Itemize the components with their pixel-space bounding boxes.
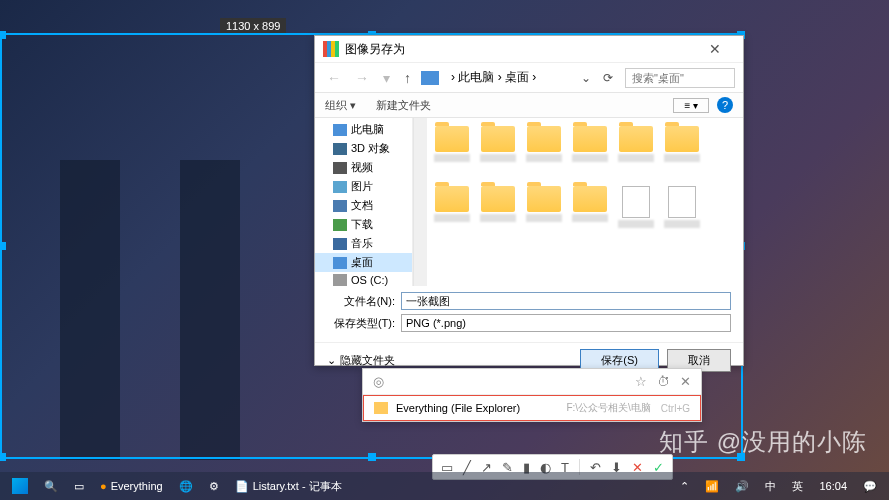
sidebar-item-videos[interactable]: 视频 <box>315 158 412 177</box>
ime-zhong[interactable]: 中 <box>757 472 784 500</box>
start-button[interactable] <box>4 472 36 500</box>
sidebar-item-desktop[interactable]: 桌面 <box>315 253 412 272</box>
sidebar-item-downloads[interactable]: 下载 <box>315 215 412 234</box>
folder-item[interactable] <box>477 186 519 240</box>
folder-item[interactable] <box>661 126 703 180</box>
folder-item[interactable] <box>569 126 611 180</box>
tray-network-icon[interactable]: 📶 <box>697 472 727 500</box>
close-button[interactable]: ✕ <box>695 41 735 57</box>
filename-label: 文件名(N): <box>327 294 395 309</box>
folder-item[interactable] <box>523 186 565 240</box>
refresh-button[interactable]: ⟳ <box>597 71 619 85</box>
taskbar-app-notepad[interactable]: 📄Listary.txt - 记事本 <box>227 472 350 500</box>
file-item[interactable] <box>661 186 703 240</box>
star-icon[interactable]: ☆ <box>635 374 647 389</box>
filetype-label: 保存类型(T): <box>327 316 395 331</box>
folder-item[interactable] <box>431 126 473 180</box>
sidebar-item-documents[interactable]: 文档 <box>315 196 412 215</box>
forward-button[interactable]: → <box>351 70 373 86</box>
new-folder-button[interactable]: 新建文件夹 <box>376 98 431 113</box>
tools-icon[interactable]: ✕ <box>680 374 691 389</box>
search-button[interactable]: 🔍 <box>36 472 66 500</box>
organize-menu[interactable]: 组织 ▾ <box>325 98 356 113</box>
view-mode-button[interactable]: ≡ ▾ <box>673 98 709 113</box>
folder-item[interactable] <box>477 126 519 180</box>
notification-button[interactable]: 💬 <box>855 472 885 500</box>
tray-volume-icon[interactable]: 🔊 <box>727 472 757 500</box>
sidebar-item-pictures[interactable]: 图片 <box>315 177 412 196</box>
listary-result-item[interactable]: Everything (File Explorer) F:\公众号相关\电脑 C… <box>363 395 701 421</box>
back-button[interactable]: ← <box>323 70 345 86</box>
folder-item[interactable] <box>615 126 657 180</box>
dropdown-history[interactable]: ▾ <box>379 70 394 86</box>
target-icon[interactable]: ◎ <box>373 374 384 389</box>
breadcrumb[interactable]: › 此电脑 › 桌面 › <box>445 67 575 88</box>
ime-ying[interactable]: 英 <box>784 472 811 500</box>
file-list[interactable] <box>427 118 743 286</box>
sidebar-item-drive-c[interactable]: OS (C:) <box>315 272 412 286</box>
sidebar-item-3d[interactable]: 3D 对象 <box>315 139 412 158</box>
folder-item[interactable] <box>523 126 565 180</box>
folder-item[interactable] <box>431 186 473 240</box>
taskbar-app-chrome[interactable]: 🌐 <box>171 472 201 500</box>
taskbar-app-settings[interactable]: ⚙ <box>201 472 227 500</box>
folder-item[interactable] <box>569 186 611 240</box>
up-button[interactable]: ↑ <box>400 70 415 86</box>
app-icon <box>323 41 339 57</box>
dialog-title: 图像另存为 <box>345 41 405 58</box>
tray-chevron[interactable]: ⌃ <box>672 472 697 500</box>
taskbar-app-everything[interactable]: ●Everything <box>92 472 171 500</box>
selection-size-label: 1130 x 899 <box>220 18 286 34</box>
taskview-button[interactable]: ▭ <box>66 472 92 500</box>
hide-folders-toggle[interactable]: ⌄ 隐藏文件夹 <box>327 353 395 368</box>
sidebar-item-music[interactable]: 音乐 <box>315 234 412 253</box>
file-item[interactable] <box>615 186 657 240</box>
save-dialog: 图像另存为 ✕ ← → ▾ ↑ › 此电脑 › 桌面 › ⌄ ⟳ 组织 ▾ 新建… <box>314 35 744 366</box>
sidebar-item-pc[interactable]: 此电脑 <box>315 120 412 139</box>
taskbar-clock[interactable]: 16:04 <box>811 472 855 500</box>
watermark: 知乎 @没用的小陈 <box>659 426 867 458</box>
listary-popup: ◎ ☆ ⏱ ✕ Everything (File Explorer) F:\公众… <box>362 368 702 422</box>
sidebar: 此电脑 3D 对象 视频 图片 文档 下载 音乐 桌面 OS (C:) 本地磁盘… <box>315 118 413 286</box>
filename-input[interactable] <box>401 292 731 310</box>
sidebar-scrollbar[interactable] <box>413 118 427 286</box>
chevron-down-icon: ⌄ <box>327 354 336 367</box>
history-icon[interactable]: ⏱ <box>657 374 670 389</box>
help-button[interactable]: ? <box>717 97 733 113</box>
taskbar: 🔍 ▭ ●Everything 🌐 ⚙ 📄Listary.txt - 记事本 ⌃… <box>0 472 889 500</box>
folder-icon <box>374 402 388 414</box>
path-dropdown[interactable]: ⌄ <box>581 71 591 85</box>
filetype-select[interactable]: PNG (*.png) <box>401 314 731 332</box>
pc-icon <box>421 71 439 85</box>
result-shortcut: Ctrl+G <box>661 403 690 414</box>
result-path: F:\公众号相关\电脑 <box>566 401 650 415</box>
search-input[interactable] <box>625 68 735 88</box>
result-label: Everything (File Explorer) <box>396 402 520 414</box>
